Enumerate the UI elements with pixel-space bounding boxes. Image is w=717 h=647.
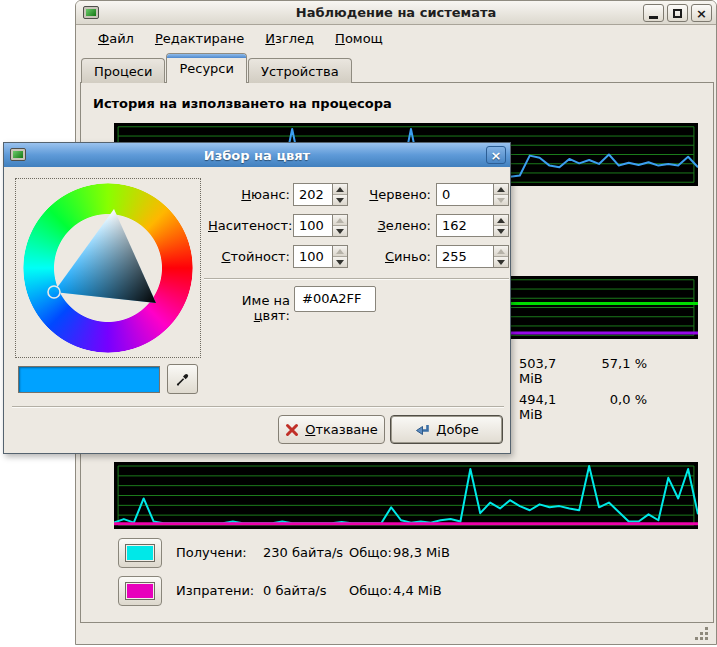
tab-devices[interactable]: Устройства	[248, 58, 352, 83]
saturation-label: Наситеност:	[208, 218, 290, 233]
tab-resources[interactable]: Ресурси	[166, 53, 247, 83]
sent-total: 4,4 MiB	[393, 583, 442, 598]
red-spinbox[interactable]: 0	[436, 183, 509, 206]
green-spinbox[interactable]: 162	[436, 214, 509, 237]
close-button[interactable]: ×	[691, 4, 712, 22]
cancel-x-icon	[285, 423, 299, 437]
received-rate: 230 байта/s	[263, 545, 343, 560]
eyedropper-icon	[175, 371, 191, 387]
color-name-input[interactable]: #00A2FF	[294, 286, 376, 312]
dialog-titlebar[interactable]: Избор на цвят ×	[4, 143, 510, 167]
red-spin-up[interactable]	[494, 184, 508, 194]
sent-total-label: Общо:	[349, 583, 392, 598]
received-total-label: Общо:	[349, 545, 392, 560]
eyedropper-button[interactable]	[167, 364, 198, 394]
cancel-button[interactable]: Отказване	[278, 415, 385, 444]
system-monitor-icon	[83, 6, 99, 19]
red-spin-down[interactable]	[494, 194, 508, 205]
received-label: Получени:	[176, 545, 247, 560]
swap-amount: 494,1 MiB	[519, 392, 581, 422]
dialog-close-button[interactable]: ×	[486, 146, 506, 164]
maximize-icon	[673, 9, 682, 18]
color-name-label: Име на цвят:	[204, 293, 290, 323]
sent-color-swatch	[125, 582, 155, 600]
blue-label: Синьо:	[344, 249, 431, 264]
resize-grip-icon[interactable]	[692, 626, 709, 640]
saturation-spinbox[interactable]: 100	[293, 214, 348, 237]
minimize-icon	[649, 16, 658, 19]
network-history-chart	[114, 462, 698, 529]
received-color-swatch	[125, 544, 155, 562]
green-spin-down[interactable]	[494, 225, 508, 236]
hue-label: Нюанс:	[208, 187, 290, 202]
memory-amount: 503,7 MiB	[519, 356, 581, 386]
window-titlebar[interactable]: Наблюдение на системата ×	[76, 1, 716, 25]
close-icon: ×	[491, 148, 502, 163]
hsv-triangle[interactable]	[23, 183, 193, 353]
cpu-section-title: История на използването на процесора	[93, 96, 392, 111]
menubar: Файл Редактиране Изглед Помощ	[77, 26, 715, 50]
tab-bar: Процеси Ресурси Устройства	[81, 53, 353, 83]
menu-edit[interactable]: Редактиране	[146, 29, 253, 48]
swap-percent: 0,0 %	[587, 392, 647, 407]
red-label: Червено:	[344, 187, 431, 202]
color-wheel-widget	[15, 178, 201, 358]
maximize-button[interactable]	[667, 4, 688, 22]
ok-button[interactable]: Добре	[390, 415, 503, 444]
received-total: 98,3 MiB	[393, 545, 450, 560]
window-title: Наблюдение на системата	[296, 5, 497, 20]
system-monitor-icon	[10, 148, 26, 161]
color-picker-dialog: Избор на цвят ×	[3, 142, 511, 454]
action-separator	[12, 406, 504, 408]
fields-separator	[204, 278, 509, 280]
sent-rate: 0 байта/s	[263, 583, 327, 598]
menu-help[interactable]: Помощ	[326, 29, 392, 48]
ok-enter-arrow-icon	[414, 423, 430, 437]
received-color-button[interactable]	[118, 538, 162, 568]
hue-ring[interactable]	[23, 183, 193, 353]
value-label: Стойност:	[208, 249, 290, 264]
blue-spin-up[interactable]	[494, 246, 508, 256]
blue-spin-down[interactable]	[494, 256, 508, 267]
blue-spinbox[interactable]: 255	[436, 245, 509, 268]
menu-file[interactable]: Файл	[89, 29, 143, 48]
sent-color-button[interactable]	[118, 576, 162, 606]
green-label: Зелено:	[344, 218, 431, 233]
close-icon: ×	[696, 6, 707, 21]
value-spinbox[interactable]: 100	[293, 245, 348, 268]
menu-view[interactable]: Изглед	[256, 29, 323, 48]
hue-spinbox[interactable]: 202	[293, 183, 348, 206]
dialog-title: Избор на цвят	[204, 148, 310, 163]
minimize-button[interactable]	[643, 4, 664, 22]
green-spin-up[interactable]	[494, 215, 508, 225]
tab-processes[interactable]: Процеси	[81, 58, 165, 83]
sent-label: Изпратени:	[176, 583, 254, 598]
memory-percent: 57,1 %	[587, 356, 647, 371]
selected-color-preview	[18, 366, 160, 393]
